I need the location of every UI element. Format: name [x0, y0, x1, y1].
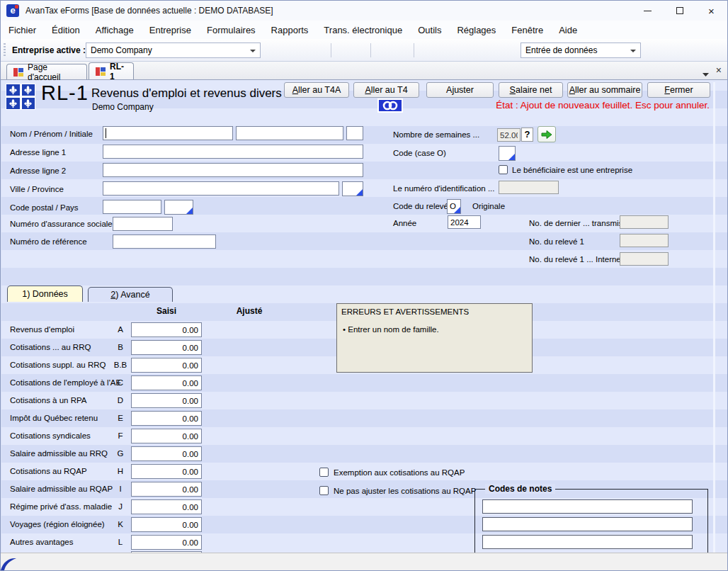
goto-t4-button[interactable]: Aller au T4 [353, 82, 419, 98]
note-code-input-2[interactable] [482, 517, 693, 531]
adjust-button[interactable]: Ajuster [426, 82, 494, 98]
form-tab-icon [96, 67, 106, 76]
menu-rapports[interactable]: Rapports [263, 22, 317, 38]
goto-t4a-button[interactable]: Aller au T4A [284, 82, 349, 98]
row-amount-input[interactable] [131, 535, 202, 550]
row-code: K [111, 520, 130, 528]
form-company: Demo Company [92, 102, 154, 112]
slip-code-combo[interactable]: O [447, 199, 461, 214]
rqap-exempt-label: Exemption aux cotisations au RQAP [334, 468, 465, 477]
minimize-button[interactable] [632, 1, 664, 21]
weeks-input[interactable] [497, 128, 521, 142]
identification-number-label: Le numéro d'identification ... [393, 184, 494, 193]
errors-panel: ERREURS ET AVERTISSEMENTS • Entrer un no… [336, 303, 533, 373]
first-name-input[interactable] [236, 126, 343, 140]
note-code-input-1[interactable] [482, 499, 693, 514]
maximize-button[interactable] [664, 1, 695, 21]
code-case-o-combo[interactable] [499, 146, 516, 161]
row-amount-input[interactable] [131, 393, 202, 408]
close-tab-button[interactable]: × [716, 64, 722, 76]
name-label: Nom / Prénom / Initiale [10, 130, 93, 138]
chevron-down-icon [703, 72, 709, 77]
initial-input[interactable] [346, 126, 363, 140]
beneficiary-company-checkbox[interactable] [499, 165, 508, 174]
menu-fichier[interactable]: Fichier [1, 22, 44, 38]
row-amount-input[interactable] [131, 464, 202, 479]
goto-summary-button[interactable]: Aller au sommaire [567, 82, 642, 98]
last-name-input[interactable] [103, 126, 233, 140]
error-item: • Entrer un nom de famille. [343, 325, 439, 334]
tab-page-accueil[interactable]: Page d'accueil [6, 64, 87, 79]
row-label: Voyages (région éloignée) [10, 520, 105, 528]
note-codes-title: Codes de notes [485, 484, 555, 494]
postal-code-input[interactable] [103, 200, 161, 214]
row-code: H [111, 467, 130, 475]
row-amount-input[interactable] [131, 358, 202, 373]
row-amount-input[interactable] [131, 499, 202, 514]
row-amount-input[interactable] [131, 482, 202, 497]
goto-weeks-button[interactable] [538, 126, 556, 142]
close-button[interactable]: × [695, 1, 727, 21]
tab-list-button[interactable] [703, 67, 709, 80]
row-amount-input[interactable] [131, 375, 202, 390]
sin-input[interactable] [113, 217, 173, 231]
form-title: Revenus d'emploi et revenus divers [91, 86, 282, 101]
address2-input[interactable] [103, 163, 363, 177]
menu-edition[interactable]: Édition [44, 22, 88, 38]
combo-corner-icon [186, 208, 193, 214]
reference-label: Numéro de référence [10, 237, 87, 246]
net-salary-button[interactable]: Salaire net [499, 82, 563, 98]
row-amount-input[interactable] [131, 429, 202, 443]
combo-corner-icon [508, 154, 515, 160]
city-input[interactable] [103, 181, 339, 196]
menu-reglages[interactable]: Réglages [449, 22, 504, 38]
subtab-avance[interactable]: 2) Avancé [88, 287, 173, 302]
subtab-donnees[interactable]: 1) Données [7, 286, 83, 302]
row-label: Salaire admissible au RRQ [10, 449, 108, 458]
country-combo[interactable] [164, 200, 193, 215]
toolbar-separator [370, 43, 371, 57]
rqap-exempt-checkbox[interactable] [319, 468, 329, 477]
weeks-help-button[interactable]: ? [521, 128, 533, 142]
note-code-input-3[interactable] [482, 535, 693, 549]
weeks-label: Nombre de semaines ... [393, 130, 479, 139]
menu-fenetre[interactable]: Fenêtre [504, 22, 551, 38]
minimize-icon [644, 11, 652, 11]
combo-corner-icon [356, 189, 363, 196]
active-company-select[interactable]: Demo Company [86, 43, 261, 58]
row-label: Cotisations syndicales [10, 431, 91, 440]
reference-input[interactable] [113, 234, 216, 249]
window-controls: × [632, 1, 727, 21]
year-input[interactable] [448, 215, 481, 229]
menu-aide[interactable]: Aide [551, 22, 585, 38]
identification-number-input[interactable] [499, 181, 559, 194]
slip-code-text: Originale [472, 202, 505, 210]
province-combo[interactable] [342, 181, 363, 196]
rqap-no-adjust-checkbox[interactable] [319, 486, 329, 495]
row-amount-input[interactable] [131, 411, 202, 426]
menu-affichage[interactable]: Affichage [88, 22, 142, 38]
row-label: Cotisations de l'employé à l'AE [10, 378, 121, 387]
entry-mode-select[interactable]: Entrée de données [521, 43, 641, 58]
row-amount-input[interactable] [131, 322, 202, 337]
row-amount-input[interactable] [131, 340, 202, 355]
close-form-button[interactable]: Fermer [647, 82, 710, 98]
tab-rl1[interactable]: RL-1 [89, 62, 134, 79]
toolbar-grip[interactable] [4, 43, 6, 57]
year-label: Année [393, 219, 416, 227]
row-amount-input[interactable] [131, 446, 202, 461]
menu-entreprise[interactable]: Entreprise [142, 22, 199, 38]
last-transmitted-input[interactable] [620, 215, 669, 229]
address1-input[interactable] [103, 145, 363, 159]
slip-code-label: Code du relevé [393, 202, 448, 210]
link-slips-icon[interactable] [377, 98, 403, 113]
slip-number-input[interactable] [620, 234, 669, 247]
close-icon: × [708, 6, 715, 16]
row-amount-input[interactable] [131, 517, 202, 532]
chain-rings-icon [380, 101, 400, 111]
menu-formulaires[interactable]: Formulaires [199, 22, 263, 38]
menu-trans-electronique[interactable]: Trans. électronique [316, 22, 410, 38]
toolbar: Entreprise active : Demo Company [1, 39, 727, 62]
slip-number-internet-input[interactable] [620, 252, 669, 266]
menu-outils[interactable]: Outils [410, 22, 449, 38]
